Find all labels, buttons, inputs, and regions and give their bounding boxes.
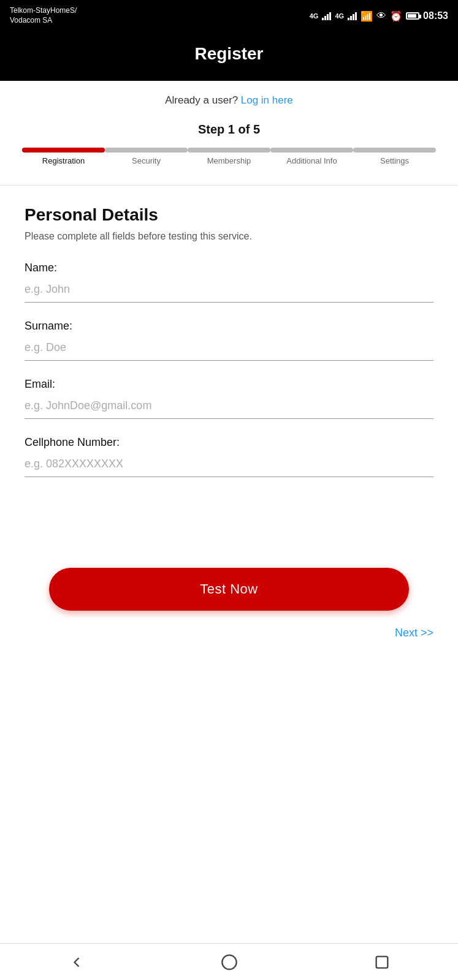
- status-icons: 4G 4G 📶 👁 ⏰ 08:53: [310, 10, 448, 22]
- surname-field-group: Surname:: [25, 320, 433, 361]
- step-label-membership: Membership: [207, 156, 251, 165]
- carrier1-label: Telkom-StayHomeS/: [10, 6, 77, 16]
- step-bar-security: [105, 148, 188, 153]
- button-section: Test Now: [0, 568, 458, 620]
- step-registration: Registration: [22, 148, 105, 165]
- step-section: Step 1 of 5 Registration Security Member…: [0, 113, 458, 175]
- recents-icon: [373, 954, 391, 971]
- back-icon: [68, 954, 85, 971]
- alarm-icon: ⏰: [390, 10, 402, 22]
- personal-details-section: Personal Details Please complete all fie…: [0, 186, 458, 519]
- svg-rect-1: [376, 956, 387, 968]
- step-label-additional-info: Additional Info: [286, 156, 337, 165]
- time-label: 08:53: [423, 10, 448, 21]
- next-section: Next >>: [0, 620, 458, 652]
- already-user-text: Already a user?: [165, 94, 238, 106]
- step-bar-membership: [188, 148, 270, 153]
- step-title: Step 1 of 5: [10, 123, 448, 137]
- signal-icon-1: [322, 12, 331, 20]
- carrier-info: Telkom-StayHomeS/ Vodacom SA: [10, 6, 77, 25]
- spacer: [0, 519, 458, 568]
- carrier2-label: Vodacom SA: [10, 16, 77, 26]
- back-button[interactable]: [68, 954, 85, 971]
- surname-input[interactable]: [25, 336, 433, 361]
- svg-point-0: [222, 955, 236, 969]
- cellphone-field-group: Cellphone Number:: [25, 436, 433, 477]
- status-bar: Telkom-StayHomeS/ Vodacom SA 4G 4G 📶 👁 ⏰…: [0, 0, 458, 32]
- step-bar-settings: [353, 148, 436, 153]
- step-label-registration: Registration: [42, 156, 85, 165]
- email-input[interactable]: [25, 394, 433, 419]
- name-label: Name:: [25, 262, 433, 274]
- name-field-group: Name:: [25, 262, 433, 303]
- step-label-security: Security: [132, 156, 161, 165]
- name-input[interactable]: [25, 278, 433, 303]
- home-button[interactable]: [221, 954, 238, 971]
- home-icon: [221, 954, 238, 971]
- step-bar-registration: [22, 148, 105, 153]
- 4g-badge-1: 4G: [310, 12, 319, 20]
- recents-button[interactable]: [373, 954, 391, 971]
- cellphone-input[interactable]: [25, 453, 433, 477]
- step-additional-info: Additional Info: [270, 148, 353, 165]
- email-label: Email:: [25, 378, 433, 391]
- wifi-icon: 📶: [361, 10, 373, 22]
- cellphone-label: Cellphone Number:: [25, 436, 433, 449]
- section-subtext: Please complete all fields before testin…: [25, 231, 433, 242]
- next-link[interactable]: Next >>: [395, 627, 433, 639]
- battery-icon: [406, 12, 419, 20]
- step-label-settings: Settings: [380, 156, 409, 165]
- eye-icon: 👁: [376, 10, 386, 21]
- app-header: Register: [0, 32, 458, 81]
- step-membership: Membership: [188, 148, 270, 165]
- already-user-section: Already a user? Log in here: [0, 81, 458, 113]
- test-now-button[interactable]: Test Now: [49, 568, 409, 611]
- email-field-group: Email:: [25, 378, 433, 419]
- step-bar-additional-info: [270, 148, 353, 153]
- bottom-navigation: [0, 943, 458, 980]
- step-settings: Settings: [353, 148, 436, 165]
- login-link[interactable]: Log in here: [241, 94, 293, 106]
- page-title: Register: [10, 44, 448, 64]
- step-security: Security: [105, 148, 188, 165]
- 4g-badge-2: 4G: [335, 12, 344, 20]
- surname-label: Surname:: [25, 320, 433, 333]
- progress-steps: Registration Security Membership Additio…: [10, 148, 448, 165]
- signal-icon-2: [348, 12, 357, 20]
- section-heading: Personal Details: [25, 205, 433, 225]
